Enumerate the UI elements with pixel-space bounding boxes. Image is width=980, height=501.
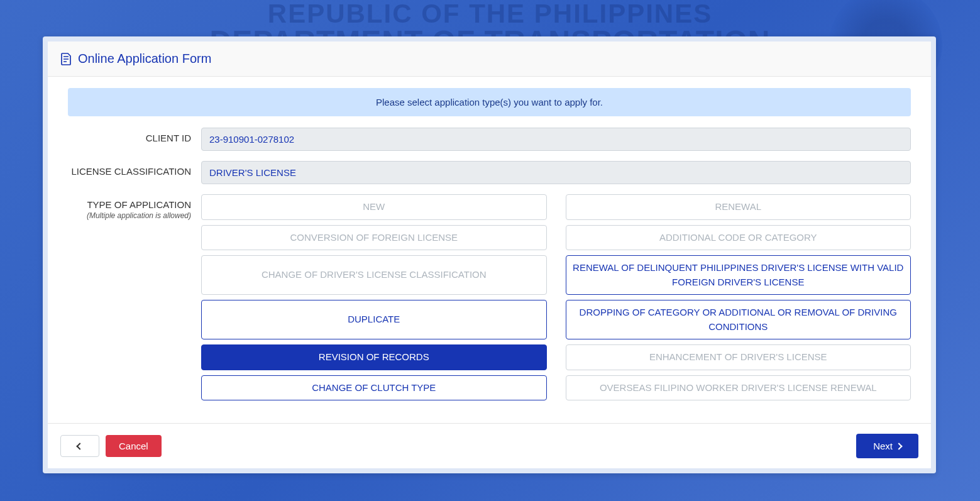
document-icon xyxy=(60,53,73,65)
card-body: Please select application type(s) you wa… xyxy=(48,77,931,423)
type-label-sub: (Multiple application is allowed) xyxy=(68,211,191,220)
application-type-option[interactable]: ADDITIONAL CODE OR CATEGORY xyxy=(566,225,911,251)
application-type-option[interactable]: RENEWAL OF DELINQUENT PHILIPPINES DRIVER… xyxy=(566,255,911,295)
license-classification-row: LICENSE CLASSIFICATION DRIVER'S LICENSE xyxy=(68,161,911,184)
next-button[interactable]: Next xyxy=(856,434,918,458)
footer-left-group: Cancel xyxy=(60,435,162,457)
type-of-application-row: TYPE OF APPLICATION (Multiple applicatio… xyxy=(68,194,911,400)
application-type-option[interactable]: REVISION OF RECORDS xyxy=(201,344,547,370)
application-type-option[interactable]: OVERSEAS FILIPINO WORKER DRIVER'S LICENS… xyxy=(566,375,911,401)
back-button[interactable] xyxy=(60,435,99,457)
client-id-label: CLIENT ID xyxy=(68,128,201,143)
application-type-option[interactable]: CONVERSION OF FOREIGN LICENSE xyxy=(201,225,547,251)
card-footer: Cancel Next xyxy=(48,423,931,468)
next-button-label: Next xyxy=(873,441,893,451)
client-id-field: 23-910901-0278102 xyxy=(201,128,911,151)
license-classification-label: LICENSE CLASSIFICATION xyxy=(68,161,201,177)
application-type-option[interactable]: ENHANCEMENT OF DRIVER'S LICENSE xyxy=(566,344,911,370)
page-title: Online Application Form xyxy=(78,52,211,66)
application-type-option[interactable]: CHANGE OF CLUTCH TYPE xyxy=(201,375,547,401)
cancel-button[interactable]: Cancel xyxy=(106,435,162,457)
application-type-option[interactable]: RENEWAL xyxy=(566,194,911,220)
license-classification-field: DRIVER'S LICENSE xyxy=(201,161,911,184)
info-alert: Please select application type(s) you wa… xyxy=(68,88,911,116)
application-type-option[interactable]: DROPPING OF CATEGORY OR ADDITIONAL OR RE… xyxy=(566,300,911,339)
type-label-main: TYPE OF APPLICATION xyxy=(87,199,191,210)
chevron-left-icon xyxy=(76,443,83,449)
chevron-right-icon xyxy=(895,443,902,449)
card-header: Online Application Form xyxy=(48,41,931,77)
application-type-option[interactable]: NEW xyxy=(201,194,547,220)
type-of-application-label: TYPE OF APPLICATION (Multiple applicatio… xyxy=(68,194,201,220)
client-id-row: CLIENT ID 23-910901-0278102 xyxy=(68,128,911,151)
application-type-grid: NEWRENEWALCONVERSION OF FOREIGN LICENSEA… xyxy=(201,194,911,400)
application-type-option[interactable]: DUPLICATE xyxy=(201,300,547,339)
application-form-card: Online Application Form Please select ap… xyxy=(43,36,936,473)
application-type-option[interactable]: CHANGE OF DRIVER'S LICENSE CLASSIFICATIO… xyxy=(201,255,547,295)
